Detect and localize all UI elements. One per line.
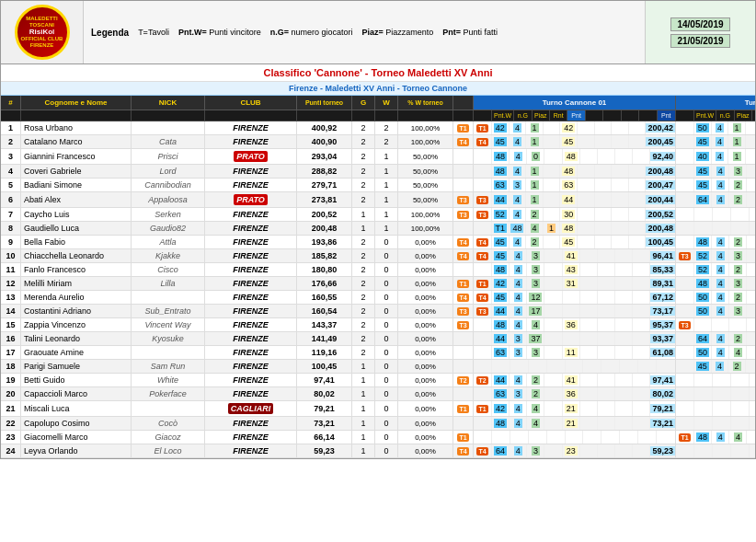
cell: FIRENZE [205,291,297,304]
tc01-cell: 48 4 4 21 73,21 [474,417,676,430]
tc02-cell [676,208,756,221]
table-row: 18Parigi SamueleSam RunFIRENZE100,45100,… [1,360,755,374]
table-row: 12Melilli MiriamLillaFIRENZE176,66200,00… [1,277,755,291]
tc02-cell [676,387,756,400]
tc01-cell: 48 4 4 36 95,37 [474,318,676,331]
cell: 2 [352,291,375,304]
cell: 160,55 [297,291,352,304]
cell: 1 [375,149,398,164]
cell: 5 [1,179,21,191]
tc01-cell [474,431,676,444]
cell: 1 [375,208,398,221]
cell: 0 [375,305,398,317]
cell [132,401,205,416]
cell: Capaccioli Marco [21,387,132,400]
cell: 2 [1,135,21,148]
cell: 0 [375,236,398,248]
cell: 0,00% [398,318,453,331]
cell: Parigi Samuele [21,360,132,373]
tc02-cell: 45 4 2 24 79,24 [676,179,756,191]
table-row: 4Coveri GabrieleLordFIRENZE288,822150,00… [1,165,755,179]
cell: Bella Fabio [21,236,132,248]
legend-pntw: Pnt.W= Punti vincitore [178,28,261,37]
cell [132,291,205,304]
table-row: 14Costantini AdrianoSub_EntratoFIRENZE16… [1,305,755,318]
cell: 1 [1,121,21,134]
cell: 0 [375,374,398,386]
tc02-cell [676,374,756,386]
cell: Cannibodian [132,179,205,191]
cell: Vincent Way [132,318,205,331]
cell: Attla [132,236,205,248]
cell: FIRENZE [205,444,297,457]
cell: Caycho Luis [21,208,132,221]
legend-label: Legenda [91,28,129,38]
cell: 50,00% [398,192,453,207]
cell: FIRENZE [205,360,297,373]
col-g: G [352,96,375,110]
dates-area: 14/05/2019 21/05/2019 [645,1,755,63]
cell: 0,00% [398,291,453,304]
legend-pnt: Pnt= Punti fatti [442,28,498,37]
tc02-cell: 64 4 2 37 73,37 [676,192,756,207]
cell: 1 [352,431,375,444]
cell: Abati Alex [21,192,132,207]
cell: 9 [1,236,21,248]
cell: Giacomelli Marco [21,431,132,444]
cell: 2 [352,346,375,359]
cell: 0 [375,318,398,331]
cell: T1 [453,401,474,416]
cell [453,387,474,400]
table-row: 8Gaudiello LucaGaudio82FIRENZE200,481110… [1,222,755,236]
legend-piaz: Piaz= Piazzamento [361,28,433,37]
cell: FIRENZE [205,249,297,262]
cell: Zappia Vincenzo [21,318,132,331]
tc01-cell: T4 45 4 12 67,12 [474,291,676,304]
cell: 1 [352,444,375,457]
cell: 1 [352,387,375,400]
cell: 17 [1,346,21,359]
cell: 10 [1,249,21,262]
cell: 2 [352,318,375,331]
cell: 0 [375,444,398,457]
col-percent: % W torneo [398,96,453,110]
cell [453,346,474,359]
cell: T4 [453,249,474,262]
cell: FIRENZE [205,222,297,235]
cell: FIRENZE [205,318,297,331]
cell: 141,49 [297,332,352,345]
cell: 24 [1,444,21,457]
cell: FIRENZE [205,305,297,317]
cell: 180,80 [297,263,352,276]
cell: 0 [375,291,398,304]
cell: Gaudio82 [132,222,205,235]
cell: T4 [453,444,474,457]
cell: 18 [1,360,21,373]
cell: 2 [352,263,375,276]
cell: 1 [352,374,375,386]
cell: Giannini Francesco [21,149,132,164]
cell [453,263,474,276]
cell [453,165,474,178]
tc02-cell [676,222,756,235]
cell: 176,66 [297,277,352,290]
cell: 0 [375,263,398,276]
cell: Rosa Urbano [21,121,132,134]
cell: 143,37 [297,318,352,331]
cell: 200,48 [297,222,352,235]
cell: Betti Guido [21,374,132,386]
table-row: 13Merenda AurelioFIRENZE160,55200,00%T4 … [1,291,755,305]
legend-t: T=Tavoli [138,28,169,37]
cell: Gaudiello Luca [21,222,132,235]
tc01-cell: T3 44 4 1 44 200,44 [474,192,676,207]
tc-sub-headers: Pnt.W n.G Piaz Rnt Pnt Pnt Pnt.W n.G Pia… [1,110,755,121]
cell: 50,00% [398,165,453,178]
cell: T3 [453,208,474,221]
table-row: 17Graouate AmineFIRENZE119,16200,00% 63 … [1,346,755,360]
cell: T1 [453,431,474,444]
table-row: 1Rosa UrbanoFIRENZE400,9222100,00%T1 T1 … [1,121,755,135]
cell: 2 [352,121,375,134]
club-logo: MALEDETTI TOSCANI RisiKol OFFICIAL CLUB … [15,5,70,60]
tc02-cell: 48 4 2 41 93,41 [676,236,756,248]
cell: 2 [375,121,398,134]
